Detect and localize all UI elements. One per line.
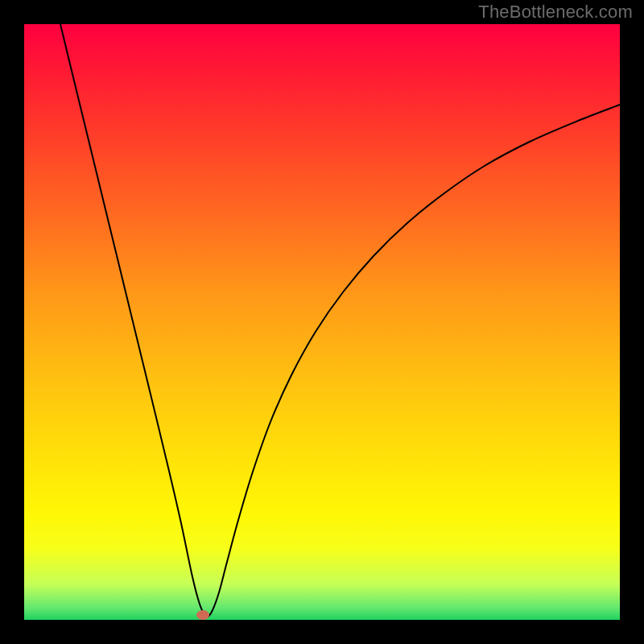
bottleneck-curve (60, 24, 620, 617)
minimum-marker (196, 610, 209, 620)
watermark-text: TheBottleneck.com (478, 2, 633, 23)
bottleneck-curve-svg (24, 24, 620, 620)
chart-area (24, 24, 620, 620)
